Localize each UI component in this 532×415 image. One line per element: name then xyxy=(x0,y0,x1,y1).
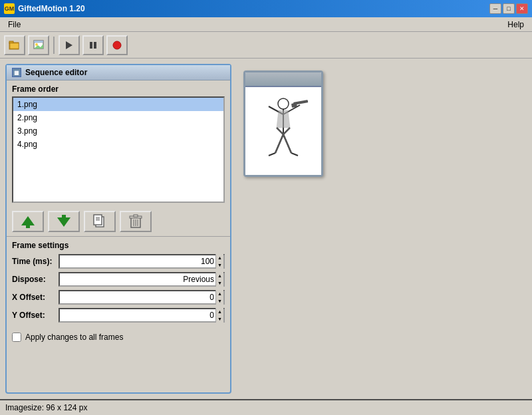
x-offset-spin: ▲ ▼ xyxy=(215,290,223,305)
svg-rect-1 xyxy=(9,41,13,43)
frame-list[interactable]: 1.png 2.png 3.png 4.png xyxy=(12,96,225,203)
x-offset-spin-down[interactable]: ▼ xyxy=(216,297,223,305)
trash-button[interactable] xyxy=(120,211,152,232)
frame-item-4[interactable]: 4.png xyxy=(13,138,223,151)
svg-line-35 xyxy=(291,153,298,156)
move-down-button[interactable] xyxy=(48,211,80,232)
panel-title: ▦ Sequence editor xyxy=(7,65,230,80)
svg-rect-12 xyxy=(26,224,30,228)
time-label: Time (ms): xyxy=(12,257,59,266)
frame-preview-card xyxy=(243,70,323,177)
time-spin-down[interactable]: ▼ xyxy=(216,261,223,269)
up-arrow-icon xyxy=(20,213,36,229)
svg-point-10 xyxy=(113,41,121,49)
x-offset-label: X Offset: xyxy=(12,293,59,302)
x-offset-input-wrap: ▲ ▼ xyxy=(59,290,225,305)
time-row: Time (ms): ▲ ▼ xyxy=(12,254,225,269)
svg-marker-7 xyxy=(66,41,72,49)
dispose-input[interactable] xyxy=(60,275,215,284)
image-button[interactable] xyxy=(28,35,49,55)
frame-item-1[interactable]: 1.png xyxy=(13,98,223,111)
toolbar-separator xyxy=(53,37,55,54)
time-spin: ▲ ▼ xyxy=(215,254,223,269)
svg-rect-14 xyxy=(62,215,66,219)
svg-marker-11 xyxy=(21,216,35,225)
svg-marker-13 xyxy=(57,217,70,227)
preview-area xyxy=(237,64,527,394)
frame-settings-label: Frame settings xyxy=(12,241,225,250)
panel-title-label: Sequence editor xyxy=(25,68,87,77)
frame-settings: Frame settings Time (ms): ▲ ▼ Dispose: xyxy=(7,236,230,330)
frame-order-label: Frame order xyxy=(12,84,225,94)
copy-icon xyxy=(93,214,106,229)
frame-item-3[interactable]: 3.png xyxy=(13,124,223,138)
help-menu[interactable]: Help xyxy=(502,19,529,31)
dispose-spin: ▲ ▼ xyxy=(215,272,223,287)
frame-item-2[interactable]: 2.png xyxy=(13,111,223,124)
time-input-wrap: ▲ ▼ xyxy=(59,254,225,269)
apply-changes-label[interactable]: Apply changes to all frames xyxy=(25,333,123,342)
open-icon xyxy=(9,40,21,51)
preview-image xyxy=(245,87,321,175)
record-icon xyxy=(112,40,122,51)
dispose-row: Dispose: ▲ ▼ xyxy=(12,272,225,287)
main-content: ▦ Sequence editor Frame order 1.png 2.pn… xyxy=(0,59,532,399)
sequence-editor-panel: ▦ Sequence editor Frame order 1.png 2.pn… xyxy=(5,64,231,394)
svg-rect-2 xyxy=(10,43,19,49)
menu-bar: File Help xyxy=(0,17,532,32)
apply-changes-checkbox[interactable] xyxy=(12,333,21,342)
preview-header xyxy=(245,72,321,87)
dispose-label: Dispose: xyxy=(12,275,59,284)
record-button[interactable] xyxy=(106,35,128,55)
y-offset-label: Y Offset: xyxy=(12,311,59,320)
y-offset-spin-down[interactable]: ▼ xyxy=(216,315,223,323)
svg-rect-8 xyxy=(90,42,92,49)
image-icon xyxy=(33,40,45,51)
play-button[interactable] xyxy=(59,35,80,55)
move-up-button[interactable] xyxy=(12,211,44,232)
maximize-button[interactable]: □ xyxy=(503,3,515,14)
x-offset-row: X Offset: ▲ ▼ xyxy=(12,290,225,305)
play-icon xyxy=(64,40,74,51)
app-title: GiftedMotion 1.20 xyxy=(18,4,489,13)
trash-icon xyxy=(129,214,142,229)
dispose-spin-up[interactable]: ▲ xyxy=(216,272,223,279)
down-arrow-icon xyxy=(56,213,72,229)
title-bar: GM GiftedMotion 1.20 ─ □ ✕ xyxy=(0,0,532,17)
svg-point-26 xyxy=(278,98,289,109)
x-offset-spin-up[interactable]: ▲ xyxy=(216,290,223,297)
open-button[interactable] xyxy=(4,35,25,55)
svg-rect-4 xyxy=(34,41,43,43)
dispose-input-wrap: ▲ ▼ xyxy=(59,272,225,287)
file-menu[interactable]: File xyxy=(3,19,26,31)
minimize-button[interactable]: ─ xyxy=(489,3,501,14)
frame-order-section: Frame order 1.png 2.png 3.png 4.png xyxy=(7,80,230,207)
close-button[interactable]: ✕ xyxy=(516,3,528,14)
x-offset-input[interactable] xyxy=(60,293,215,302)
action-buttons xyxy=(7,207,230,236)
svg-line-34 xyxy=(269,153,275,156)
y-offset-spin-up[interactable]: ▲ xyxy=(216,308,223,315)
y-offset-row: Y Offset: ▲ ▼ xyxy=(12,308,225,323)
image-size-label: Imagesize: 96 x 124 px xyxy=(5,403,87,412)
pause-icon xyxy=(88,40,98,51)
y-offset-input[interactable] xyxy=(60,311,215,320)
panel-icon: ▦ xyxy=(12,68,21,77)
svg-rect-22 xyxy=(134,215,138,217)
status-bar: Imagesize: 96 x 124 px xyxy=(0,399,532,415)
window-controls: ─ □ ✕ xyxy=(489,3,528,14)
dispose-spin-down[interactable]: ▼ xyxy=(216,279,223,287)
toolbar xyxy=(0,32,532,59)
svg-rect-9 xyxy=(94,42,96,49)
svg-point-5 xyxy=(35,43,38,46)
y-offset-input-wrap: ▲ ▼ xyxy=(59,308,225,323)
copy-button[interactable] xyxy=(84,211,116,232)
y-offset-spin: ▲ ▼ xyxy=(215,308,223,323)
time-input[interactable] xyxy=(60,257,215,266)
time-spin-up[interactable]: ▲ xyxy=(216,254,223,261)
preview-figure xyxy=(257,94,310,168)
apply-changes-row: Apply changes to all frames xyxy=(7,330,230,345)
pause-button[interactable] xyxy=(82,35,104,55)
app-icon: GM xyxy=(4,3,15,14)
